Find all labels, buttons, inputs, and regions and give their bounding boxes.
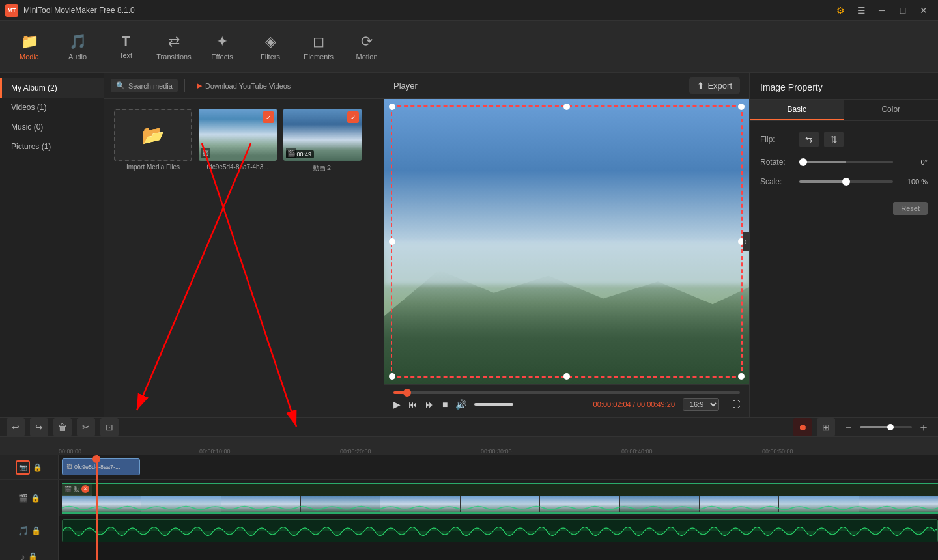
track-image-lock[interactable]: 🔒 [33, 463, 42, 472]
media-panel: 🔍 Search media ▶ Download YouTube Videos… [104, 73, 384, 417]
zoom-out-button[interactable]: － [840, 419, 856, 435]
export-label: Export [707, 81, 732, 91]
record-button[interactable]: ⏺ [793, 418, 812, 436]
split-audio-button[interactable]: ⊞ [817, 418, 835, 436]
clip-delete-btn[interactable]: ✕ [81, 485, 89, 493]
sidebar-item-videos[interactable]: Videos (1) [0, 98, 104, 117]
collapse-panel-button[interactable]: › [743, 232, 749, 251]
audio-icon: 🎵 [69, 33, 87, 50]
maximize-button[interactable]: □ [894, 4, 912, 17]
vid1-check: ✓ [347, 111, 359, 123]
progress-bar[interactable] [393, 391, 740, 394]
close-button[interactable]: ✕ [915, 4, 933, 17]
toolbar-item-transitions[interactable]: ⇄ Transitions [151, 24, 197, 70]
playhead-marker[interactable] [92, 455, 100, 463]
track-music-lock[interactable]: 🔒 [28, 552, 38, 561]
timeline-tracks: 📷 🔒 🖼 0fc9e5d4-8aa7-... 🎬 🔒 [0, 455, 938, 560]
sidebar-item-music[interactable]: Music (0) [0, 117, 104, 137]
volume-icon: 🔊 [455, 399, 466, 410]
video-clip[interactable]: 🎬 動 ✕ [62, 483, 938, 514]
reset-button[interactable]: Reset [893, 202, 928, 215]
rotate-slider[interactable] [799, 161, 893, 163]
clip-header: 🎬 動 ✕ [62, 484, 92, 496]
sidebar-videos-label: Videos (1) [11, 103, 46, 112]
search-media-button[interactable]: 🔍 Search media [111, 79, 178, 92]
zoom-in-button[interactable]: ＋ [916, 419, 931, 435]
toolbar-item-text[interactable]: T Text [103, 24, 149, 70]
toolbar-item-media[interactable]: 📁 Media [7, 24, 52, 70]
sidebar: My Album (2) Videos (1) Music (0) Pictur… [0, 73, 104, 417]
track-video-label: 🎬 🔒 [0, 480, 59, 516]
undo-button[interactable]: ↩ [7, 418, 25, 436]
toolbar-item-motion[interactable]: ⟳ Motion [344, 24, 390, 70]
redo-button[interactable]: ↪ [30, 418, 48, 436]
sidebar-my-album-label: My Album (2) [11, 83, 57, 92]
cut-button[interactable]: ✂ [77, 418, 95, 436]
delete-button[interactable]: 🗑 [53, 418, 72, 436]
vid1-label: 動画２ [283, 163, 362, 173]
crop-button[interactable]: ⊡ [100, 418, 119, 436]
progress-thumb[interactable] [403, 389, 411, 397]
timeline-toolbar: ↩ ↪ 🗑 ✂ ⊡ ⏺ ⊞ － ＋ [0, 418, 938, 437]
fullscreen-button[interactable]: ⛶ [732, 400, 740, 409]
aspect-ratio-select[interactable]: 16:9 9:16 4:3 1:1 [683, 398, 719, 411]
rotate-value: 0° [898, 158, 928, 166]
scale-slider[interactable] [799, 180, 893, 183]
music-track-icon: ♪ [21, 552, 25, 561]
tab-color[interactable]: Color [844, 100, 939, 120]
effects-icon: ✦ [216, 33, 228, 50]
titlebar: MT MiniTool MovieMaker Free 8.1.0 ⚙ ☰ ─ … [0, 0, 938, 21]
media-item-img1[interactable]: ✓ 🖼 0fc9e5d4-8aa7-4b3... [199, 109, 277, 173]
track-video-lock[interactable]: 🔒 [31, 494, 40, 503]
youtube-icon: ▶ [197, 81, 202, 90]
volume-slider[interactable] [474, 403, 513, 406]
img1-check: ✓ [263, 111, 274, 123]
vid1-thumb: ✓ 00:00:49 🎬 [283, 109, 362, 161]
track-audio-label: 🎵 🔒 [0, 516, 59, 545]
skip-back-button[interactable]: ⏮ [408, 399, 418, 410]
track-music-label: ♪ 🔒 [0, 545, 59, 561]
track-audio: 🎵 🔒 [0, 516, 938, 545]
media-item-vid1[interactable]: ✓ 00:00:49 🎬 動画２ [283, 109, 362, 173]
menu-button[interactable]: ☰ [852, 4, 870, 17]
import-media-item[interactable]: 📂 Import Media Files [114, 109, 192, 173]
ruler-mark-40: 00:00:40:00 [621, 448, 653, 455]
tab-basic[interactable]: Basic [750, 100, 844, 120]
track-video-content: 🎬 動 ✕ [59, 480, 938, 516]
track-music-content [59, 545, 938, 561]
toolbar-item-audio[interactable]: 🎵 Audio [55, 24, 100, 70]
sidebar-item-my-album[interactable]: My Album (2) [0, 78, 104, 98]
toolbar-item-effects[interactable]: ✦ Effects [199, 24, 245, 70]
track-audio-lock[interactable]: 🔒 [31, 526, 41, 535]
track-camera-button[interactable]: 📷 [16, 460, 30, 475]
ruler-mark-30: 00:00:30:00 [481, 448, 512, 455]
play-button[interactable]: ▶ [393, 399, 401, 410]
toolbar-item-filters[interactable]: ◈ Filters [248, 24, 293, 70]
flip-row: Flip: ⇆ ⇅ [760, 132, 928, 147]
ruler-marks-container: 00:00:00 00:00:10:00 00:00:20:00 00:00:3… [59, 437, 938, 455]
flip-vertical-button[interactable]: ⇅ [824, 132, 844, 147]
playhead[interactable] [96, 455, 98, 560]
stop-button[interactable]: ■ [442, 399, 448, 410]
ruler-mark-20: 00:00:20:00 [340, 448, 371, 455]
audio-clip[interactable] [62, 519, 938, 542]
track-image-overlay: 📷 🔒 🖼 0fc9e5d4-8aa7-... [0, 455, 938, 480]
toolbar-transitions-label: Transitions [156, 53, 191, 61]
video-track-icon: 🎬 [18, 494, 28, 503]
track-image-content: 🖼 0fc9e5d4-8aa7-... [59, 455, 938, 479]
zoom-slider[interactable] [860, 426, 912, 428]
image-clip[interactable]: 🖼 0fc9e5d4-8aa7-... [62, 458, 140, 475]
flip-horizontal-button[interactable]: ⇆ [799, 132, 819, 147]
timeline: ↩ ↪ 🗑 ✂ ⊡ ⏺ ⊞ － ＋ 00:00:00 00:00:10:00 0… [0, 417, 938, 560]
minimize-button[interactable]: ─ [873, 4, 891, 17]
toolbar-text-label: Text [119, 51, 132, 59]
app-icon: MT [5, 4, 18, 17]
export-button[interactable]: ⬆ Export [689, 77, 740, 94]
download-youtube-button[interactable]: ▶ Download YouTube Videos [192, 79, 296, 92]
skip-forward-button[interactable]: ⏭ [425, 399, 434, 410]
media-icon: 📁 [21, 33, 38, 50]
sidebar-item-pictures[interactable]: Pictures (1) [0, 137, 104, 156]
toolbar-item-elements[interactable]: ◻ Elements [296, 24, 341, 70]
folder-open-icon: 📂 [142, 124, 165, 146]
settings-button[interactable]: ⚙ [831, 4, 849, 17]
